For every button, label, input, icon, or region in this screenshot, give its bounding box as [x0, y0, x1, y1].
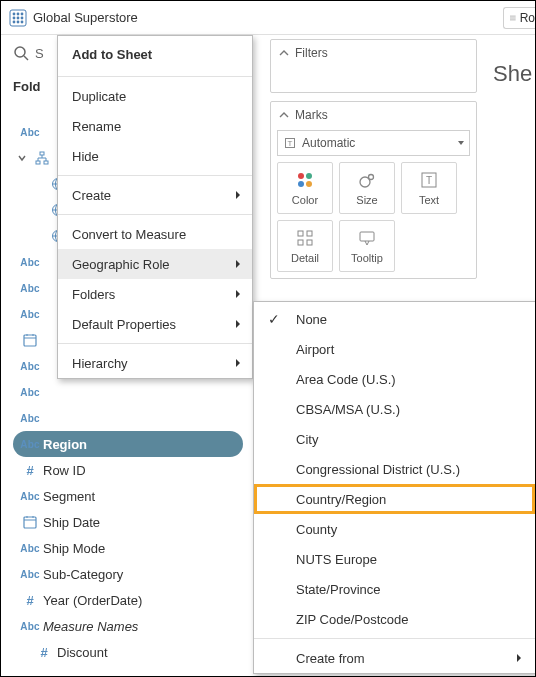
- svg-rect-53: [360, 232, 374, 241]
- geo-item-airport[interactable]: Airport: [254, 334, 535, 364]
- search-placeholder: S: [35, 46, 44, 61]
- geo-item-cbsa-msa-u-s-[interactable]: CBSA/MSA (U.S.): [254, 394, 535, 424]
- menu-separator: [58, 343, 252, 344]
- svg-point-4: [13, 16, 16, 19]
- geo-item-congressional-district-u-s-[interactable]: Congressional District (U.S.): [254, 454, 535, 484]
- sheet-title: She: [493, 61, 535, 87]
- svg-text:T: T: [288, 139, 293, 148]
- field-label: Ship Mode: [43, 541, 105, 556]
- filters-card[interactable]: Filters: [270, 39, 477, 93]
- field-row[interactable]: Abc: [13, 379, 243, 405]
- rows-label: Ro: [520, 11, 535, 25]
- field-label: Discount: [57, 645, 108, 660]
- ctx-item-hierarchy[interactable]: Hierarchy: [58, 348, 252, 378]
- svg-point-7: [13, 20, 16, 23]
- field-type-icon: Abc: [17, 257, 43, 268]
- geo-item-zip-code-postcode[interactable]: ZIP Code/Postcode: [254, 604, 535, 634]
- rows-shelf[interactable]: Ro: [503, 7, 535, 29]
- color-button[interactable]: Color: [277, 162, 333, 214]
- filters-title: Filters: [295, 46, 328, 60]
- geo-item-city[interactable]: City: [254, 424, 535, 454]
- svg-point-3: [21, 12, 24, 15]
- menu-separator: [58, 214, 252, 215]
- field-label: Row ID: [43, 463, 86, 478]
- ctx-item-geographic-role[interactable]: Geographic Role: [58, 249, 252, 279]
- field-type-icon: Abc: [17, 361, 43, 372]
- submenu-arrow-icon: [234, 358, 242, 368]
- geo-item-nuts-europe[interactable]: NUTS Europe: [254, 544, 535, 574]
- field-type-icon: Abc: [17, 413, 43, 424]
- field-row[interactable]: AbcMeasure Names: [13, 613, 243, 639]
- svg-rect-50: [307, 231, 312, 236]
- ctx-item-folders[interactable]: Folders: [58, 279, 252, 309]
- svg-rect-13: [36, 161, 40, 164]
- ctx-item-default-properties[interactable]: Default Properties: [58, 309, 252, 339]
- datasource-title[interactable]: Global Superstore: [33, 10, 138, 25]
- svg-point-1: [13, 12, 16, 15]
- field-type-icon: [29, 151, 55, 165]
- ctx-item-hide[interactable]: Hide: [58, 141, 252, 171]
- field-context-menu: Add to SheetDuplicateRenameHideCreateCon…: [57, 35, 253, 379]
- ctx-item-convert-to-measure[interactable]: Convert to Measure: [58, 219, 252, 249]
- geo-item-area-code-u-s-[interactable]: Area Code (U.S.): [254, 364, 535, 394]
- field-row[interactable]: #Row ID: [13, 457, 243, 483]
- svg-point-9: [21, 20, 24, 23]
- svg-point-44: [306, 181, 312, 187]
- menu-separator: [58, 76, 252, 77]
- tooltip-button[interactable]: Tooltip: [339, 220, 395, 272]
- marks-type-label: Automatic: [302, 136, 355, 150]
- field-label: Measure Names: [43, 619, 138, 634]
- svg-text:T: T: [426, 175, 432, 186]
- ctx-item-rename[interactable]: Rename: [58, 111, 252, 141]
- field-row[interactable]: Abc: [13, 405, 243, 431]
- geo-item-none[interactable]: ✓None: [254, 304, 535, 334]
- detail-button[interactable]: Detail: [277, 220, 333, 272]
- field-type-icon: Abc: [17, 569, 43, 580]
- ctx-add-to-sheet[interactable]: Add to Sheet: [58, 36, 252, 72]
- field-row[interactable]: AbcSegment: [13, 483, 243, 509]
- datasource-icon: [9, 9, 27, 27]
- menu-separator: [58, 175, 252, 176]
- svg-rect-52: [307, 240, 312, 245]
- geo-item-county[interactable]: County: [254, 514, 535, 544]
- tooltip-icon: [357, 228, 377, 248]
- field-label: Year (OrderDate): [43, 593, 142, 608]
- field-row[interactable]: Ship Date: [13, 509, 243, 535]
- color-icon: [295, 170, 315, 190]
- field-row[interactable]: AbcShip Mode: [13, 535, 243, 561]
- submenu-arrow-icon: [234, 319, 242, 329]
- field-row[interactable]: #Discount: [27, 639, 243, 665]
- marks-type-select[interactable]: T Automatic: [277, 130, 470, 156]
- automatic-icon: T: [284, 137, 296, 149]
- svg-point-46: [369, 175, 374, 180]
- text-button[interactable]: T Text: [401, 162, 457, 214]
- svg-line-11: [24, 56, 28, 60]
- field-type-icon: Abc: [17, 309, 43, 320]
- datasource-header: Global Superstore: [1, 1, 535, 35]
- svg-point-6: [21, 16, 24, 19]
- size-icon: [357, 170, 377, 190]
- svg-point-42: [306, 173, 312, 179]
- search-field[interactable]: S: [1, 35, 57, 71]
- svg-rect-51: [298, 240, 303, 245]
- marks-card-header[interactable]: Marks: [271, 102, 476, 128]
- field-label: Ship Date: [43, 515, 100, 530]
- field-type-icon: [17, 515, 43, 529]
- collapse-icon: [279, 48, 289, 58]
- field-row[interactable]: AbcRegion: [13, 431, 243, 457]
- field-type-icon: #: [17, 593, 43, 608]
- geo-item-state-province[interactable]: State/Province: [254, 574, 535, 604]
- svg-point-5: [17, 16, 20, 19]
- ctx-item-duplicate[interactable]: Duplicate: [58, 81, 252, 111]
- field-row[interactable]: #Year (OrderDate): [13, 587, 243, 613]
- marks-card: Marks T Automatic Color Size T Text: [270, 101, 477, 279]
- size-button[interactable]: Size: [339, 162, 395, 214]
- marks-title: Marks: [295, 108, 328, 122]
- submenu-arrow-icon: [515, 653, 523, 663]
- svg-rect-12: [40, 152, 44, 155]
- svg-point-8: [17, 20, 20, 23]
- geo-item-country-region[interactable]: Country/Region: [254, 484, 535, 514]
- ctx-item-create[interactable]: Create: [58, 180, 252, 210]
- field-row[interactable]: AbcSub-Category: [13, 561, 243, 587]
- geo-item-create-from[interactable]: Create from: [254, 643, 535, 673]
